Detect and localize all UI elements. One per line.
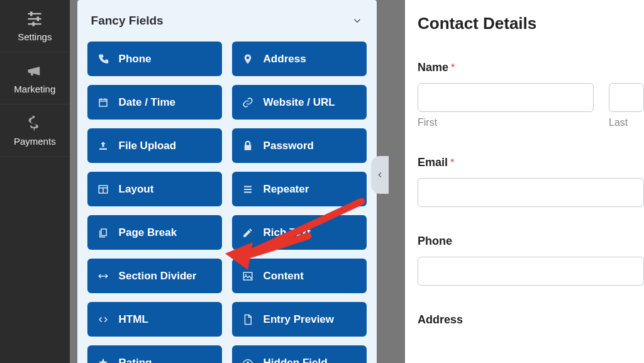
field-page-break[interactable]: Page Break [87,215,222,250]
layout-icon [97,184,109,195]
fields-grid: PhoneAddressDate / TimeWebsite / URLFile… [87,42,367,363]
svg-point-6 [245,274,246,275]
field-layout[interactable]: Layout [87,172,222,206]
field-label: Content [264,270,304,282]
first-name-input[interactable] [418,83,594,112]
pin-icon [242,53,253,65]
nav-marketing-label: Marketing [14,84,55,94]
field-repeater[interactable]: Repeater [232,172,367,206]
field-hidden-field[interactable]: Hidden Field [232,345,367,363]
svg-rect-5 [33,21,35,26]
field-website-url[interactable]: Website / URL [232,85,367,120]
email-input[interactable] [418,178,644,207]
field-label: Rating [119,357,152,364]
field-phone[interactable]: Phone [87,42,222,76]
field-rating[interactable]: Rating [87,345,222,363]
svg-rect-3 [30,11,33,16]
last-name-input[interactable] [609,83,644,112]
fancy-fields-header[interactable]: Fancy Fields [87,0,367,42]
required-marker: * [451,62,455,73]
field-label: Address [264,53,306,65]
field-password[interactable]: Password [232,128,367,163]
sliders-icon [26,10,43,28]
field-label: File Upload [119,140,177,152]
upload-icon [97,140,109,152]
field-html[interactable]: HTML [87,302,222,337]
field-label: Repeater [264,183,309,196]
nav-payments-label: Payments [14,136,56,147]
field-date-time[interactable]: Date / Time [87,85,222,120]
arrows-icon [97,271,109,282]
field-label: Section Divider [119,270,197,282]
image-icon [242,271,253,282]
field-section-divider[interactable]: Section Divider [87,259,222,293]
pencil-icon [242,227,253,238]
field-label: Phone [119,53,152,65]
fields-panel-wrap: Fancy Fields PhoneAddressDate / TimeWebs… [70,0,386,363]
nav-payments[interactable]: Payments [0,104,70,157]
svg-rect-0 [28,13,42,14]
field-content[interactable]: Content [232,259,367,293]
field-label: Date / Time [119,96,175,109]
copy-icon [97,227,109,238]
field-rich-text[interactable]: Rich Text [232,215,367,250]
fancy-fields-title: Fancy Fields [91,14,164,28]
first-sublabel: First [418,117,594,128]
bullhorn-icon [26,62,43,80]
link-icon [242,97,253,108]
field-label: Website / URL [264,96,335,109]
phone-icon [97,53,109,65]
nav-marketing[interactable]: Marketing [0,52,70,104]
required-marker: * [450,157,454,168]
field-label: Entry Preview [264,313,334,326]
eye-icon [242,357,253,364]
nav-settings[interactable]: Settings [0,0,70,52]
field-address[interactable]: Address [232,42,367,76]
calendar-icon [97,97,109,108]
dollar-icon [26,114,43,132]
form-preview: Contact Details Name* First Last Email* … [405,0,644,363]
last-sublabel: Last [609,117,644,128]
phone-label: Phone [418,235,452,247]
email-label: Email [418,156,448,169]
field-label: Page Break [119,226,177,239]
field-label: Password [264,140,314,152]
field-label: Hidden Field [264,357,328,364]
panel-collapse-handle[interactable] [371,156,389,194]
field-label: Rich Text [264,226,311,239]
field-label: HTML [119,313,148,326]
field-file-upload[interactable]: File Upload [87,128,222,163]
name-label: Name [418,61,448,74]
name-group: Name* First Last [418,61,644,128]
field-entry-preview[interactable]: Entry Preview [232,302,367,337]
email-group: Email* [418,156,644,207]
lock-icon [242,140,253,152]
star-icon [97,357,109,364]
list-icon [242,184,253,195]
svg-rect-1 [28,18,42,19]
chevron-left-icon [375,170,384,179]
svg-rect-4 [37,16,40,21]
file-icon [242,314,253,325]
field-label: Layout [119,183,154,196]
form-title: Contact Details [418,14,644,33]
phone-input[interactable] [418,257,644,286]
fields-panel: Fancy Fields PhoneAddressDate / TimeWebs… [77,0,377,363]
main-nav: Settings Marketing Payments [0,0,70,363]
phone-group: Phone [418,235,644,286]
address-label: Address [418,313,463,326]
nav-settings-label: Settings [18,31,52,42]
code-icon [97,314,109,325]
chevron-down-icon [352,15,363,26]
address-group: Address [418,313,644,327]
